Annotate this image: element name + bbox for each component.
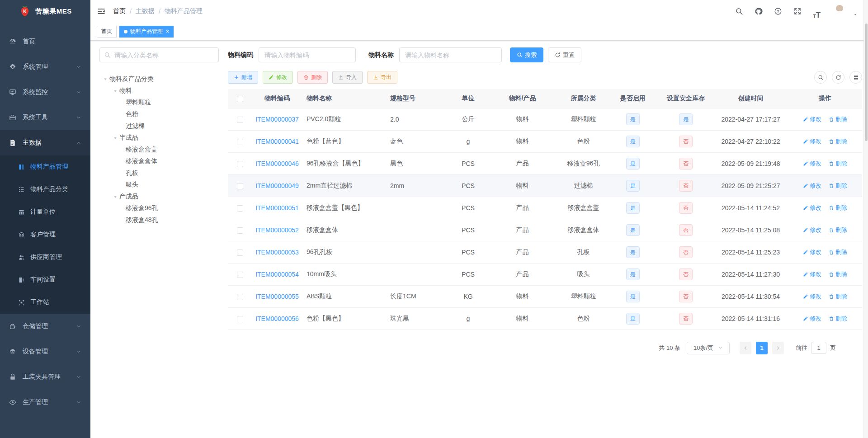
material-code-link[interactable]: ITEM00000053	[255, 249, 299, 256]
next-page-button[interactable]	[772, 342, 784, 354]
tree-node[interactable]: ▼ 物料	[99, 85, 219, 97]
row-delete-link[interactable]: 删除	[829, 270, 847, 278]
row-delete-link[interactable]: 删除	[829, 182, 847, 190]
help-icon[interactable]: ?	[770, 4, 786, 19]
sidebar-subitem[interactable]: 物料产品管理	[0, 155, 90, 178]
row-delete-link[interactable]: 删除	[829, 115, 847, 123]
material-code-link[interactable]: ITEM00000055	[255, 293, 299, 300]
tree-node[interactable]: 过滤棉	[99, 120, 219, 132]
material-code-link[interactable]: ITEM00000056	[255, 315, 299, 322]
row-delete-link[interactable]: 删除	[829, 204, 847, 212]
breadcrumb-item[interactable]: 首页	[113, 7, 126, 15]
material-code-link[interactable]: ITEM00000054	[255, 271, 299, 278]
tree-node[interactable]: ▼ 半成品	[99, 132, 219, 144]
close-icon[interactable]: ×	[166, 29, 169, 34]
sidebar-subitem[interactable]: 计量单位	[0, 201, 90, 223]
caret-down-icon[interactable]: ▼	[113, 89, 117, 93]
columns-button[interactable]	[849, 71, 862, 84]
edit-button[interactable]: 修改	[263, 71, 293, 84]
row-checkbox[interactable]	[237, 117, 243, 123]
row-checkbox[interactable]	[237, 161, 243, 167]
sidebar-item-7[interactable]: 工装夹具管理	[0, 364, 90, 390]
import-button[interactable]: 导入	[332, 71, 363, 84]
material-code-link[interactable]: ITEM00000041	[255, 138, 299, 145]
prev-page-button[interactable]	[740, 342, 751, 354]
tree-node[interactable]: 色粉	[99, 108, 219, 120]
material-code-link[interactable]: ITEM00000049	[255, 182, 299, 189]
app-logo[interactable]: K 苦糖果MES	[0, 0, 90, 23]
tree-node[interactable]: 移液盒96孔	[99, 203, 219, 214]
row-delete-link[interactable]: 删除	[829, 315, 847, 323]
search-button[interactable]: 搜索	[510, 47, 543, 62]
export-button[interactable]: 导出	[367, 71, 397, 84]
caret-down-icon[interactable]	[853, 12, 858, 17]
row-edit-link[interactable]: 修改	[803, 115, 821, 123]
breadcrumb-item[interactable]: 主数据	[136, 7, 155, 15]
current-page-button[interactable]: 1	[756, 342, 768, 354]
sidebar-item-6[interactable]: 设备管理	[0, 339, 90, 364]
refresh-button[interactable]	[832, 71, 844, 84]
row-checkbox[interactable]	[237, 183, 243, 189]
code-filter-input[interactable]	[259, 47, 356, 62]
tree-node[interactable]: 移液盒盒体	[99, 155, 219, 167]
tab-home[interactable]: 首页	[97, 26, 117, 38]
row-checkbox[interactable]	[237, 139, 243, 145]
row-edit-link[interactable]: 修改	[803, 204, 821, 212]
sidebar-item-5[interactable]: 仓储管理	[0, 314, 90, 339]
row-delete-link[interactable]: 删除	[829, 137, 847, 146]
avatar[interactable]	[830, 2, 849, 20]
sidebar-item-4[interactable]: 主数据	[0, 130, 90, 155]
tree-node[interactable]: 塑料颗粒	[99, 97, 219, 108]
fullscreen-icon[interactable]	[790, 4, 805, 19]
toggle-search-button[interactable]	[814, 71, 827, 84]
row-checkbox[interactable]	[237, 316, 243, 322]
material-code-link[interactable]: ITEM00000051	[255, 204, 299, 212]
scrollbar-thumb[interactable]	[865, 24, 868, 141]
sidebar-subitem[interactable]: 物料产品分类	[0, 178, 90, 201]
material-code-link[interactable]: ITEM00000046	[255, 160, 299, 167]
tab-material-product-management[interactable]: 物料产品管理 ×	[119, 26, 174, 38]
row-edit-link[interactable]: 修改	[803, 292, 821, 301]
row-edit-link[interactable]: 修改	[803, 160, 821, 168]
row-edit-link[interactable]: 修改	[803, 270, 821, 278]
page-size-select[interactable]: 10条/页	[687, 342, 730, 354]
reset-button[interactable]: 重置	[548, 47, 581, 62]
scrollbar-track[interactable]	[863, 0, 868, 438]
sidebar-item-3[interactable]: 系统工具	[0, 105, 90, 130]
row-edit-link[interactable]: 修改	[803, 137, 821, 146]
row-checkbox[interactable]	[237, 250, 243, 256]
sidebar-subitem[interactable]: 工作站	[0, 291, 90, 314]
tree-node[interactable]: 移液盒盒盖	[99, 144, 219, 155]
row-edit-link[interactable]: 修改	[803, 226, 821, 234]
row-delete-link[interactable]: 删除	[829, 248, 847, 256]
row-delete-link[interactable]: 删除	[829, 292, 847, 301]
tree-node[interactable]: 吸头	[99, 179, 219, 191]
name-filter-input[interactable]	[399, 47, 502, 62]
sidebar-item-1[interactable]: 系统管理	[0, 54, 90, 80]
row-checkbox[interactable]	[237, 272, 243, 278]
search-icon[interactable]	[731, 4, 747, 19]
sidebar-item-8[interactable]: 生产管理	[0, 390, 90, 415]
caret-down-icon[interactable]: ▼	[113, 195, 117, 199]
sidebar-subitem[interactable]: 客户管理	[0, 223, 90, 246]
sidebar-item-0[interactable]: 首页	[0, 29, 90, 54]
tree-node[interactable]: ▼ 产成品	[99, 191, 219, 203]
category-search-input[interactable]	[99, 47, 219, 62]
row-edit-link[interactable]: 修改	[803, 182, 821, 190]
caret-down-icon[interactable]: ▼	[113, 136, 117, 140]
caret-down-icon[interactable]: ▼	[103, 77, 107, 81]
sidebar-item-2[interactable]: 系统监控	[0, 80, 90, 105]
row-delete-link[interactable]: 删除	[829, 160, 847, 168]
sidebar-subitem[interactable]: 车间设置	[0, 268, 90, 291]
goto-page-input[interactable]	[811, 342, 826, 354]
material-code-link[interactable]: ITEM00000037	[255, 116, 299, 123]
select-all-checkbox[interactable]	[237, 96, 243, 102]
add-button[interactable]: 新增	[228, 71, 258, 84]
tree-node[interactable]: ▼ 物料及产品分类	[99, 73, 219, 85]
row-checkbox[interactable]	[237, 294, 243, 300]
delete-button[interactable]: 删除	[297, 71, 328, 84]
row-edit-link[interactable]: 修改	[803, 248, 821, 256]
row-delete-link[interactable]: 删除	[829, 226, 847, 234]
row-checkbox[interactable]	[237, 205, 243, 212]
github-icon[interactable]	[751, 4, 766, 19]
